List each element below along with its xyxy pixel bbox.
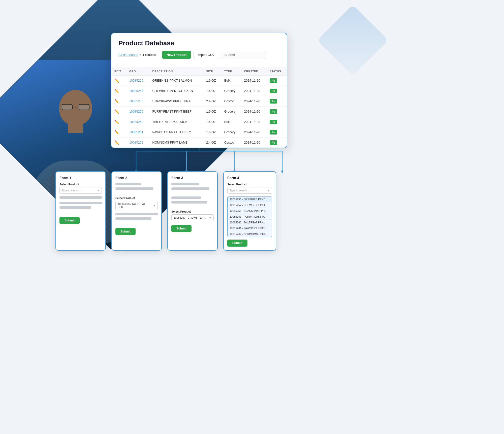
status-badge: Pu — [270, 120, 277, 124]
grd-link[interactable]: 10085259 — [129, 110, 143, 113]
table-row: ✏️ 10085256 GREENIES PPKT SALMON 1.6 OZ … — [111, 76, 287, 86]
form-2-field-2 — [115, 187, 153, 190]
type-cell: Costco — [221, 138, 241, 148]
col-type: TYPE — [221, 67, 241, 76]
grd-link[interactable]: 10085258 — [129, 99, 143, 103]
edit-cell[interactable]: ✏️ — [111, 117, 126, 127]
col-created: CREATED — [241, 67, 267, 76]
form-1-select-placeholder: Type to search ... — [62, 189, 82, 192]
size-cell: 1.6 OZ — [203, 107, 221, 117]
type-cell: Bulk — [221, 76, 241, 86]
status-badge: Pu — [270, 78, 277, 83]
dropdown-item[interactable]: 10085256 - GREENIES PPKT... — [228, 196, 272, 202]
edit-icon[interactable]: ✏️ — [114, 109, 119, 114]
edit-icon[interactable]: ✏️ — [114, 78, 119, 83]
edit-icon[interactable]: ✏️ — [114, 89, 119, 93]
form-3-selected-value: 10085257 - CHEWBITE P... — [174, 216, 206, 219]
table-row: ✏️ 10085261 PAWBITES PPKT TURKEY 1.6 OZ … — [111, 127, 287, 138]
form-4-submit-button[interactable]: Submit — [227, 240, 247, 247]
created-cell: 2024-11-20 — [241, 107, 267, 117]
grd-link[interactable]: 10085257 — [129, 89, 143, 93]
edit-icon[interactable]: ✏️ — [114, 130, 119, 134]
form-4-title: Form 4 — [227, 176, 272, 180]
form-3-submit-button[interactable]: Submit — [171, 225, 192, 232]
table-row: ✏️ 10085259 FURRYFEAST PPKT BEEF 1.6 OZ … — [111, 107, 287, 117]
breadcrumb-all-databases[interactable]: All databases — [118, 53, 138, 57]
edit-cell[interactable]: ✏️ — [111, 96, 126, 107]
type-cell: Grocery — [221, 127, 241, 138]
dropdown-item[interactable]: 10085262 - NOMNOMS PPKT... — [228, 231, 272, 237]
edit-icon[interactable]: ✏️ — [114, 120, 119, 124]
new-product-button[interactable]: New Product — [162, 51, 191, 59]
description-cell: GREENIES PPKT SALMON — [149, 76, 203, 86]
product-table: EDIT GRD DESCRIPTION SIZE TYPE CREATED S… — [111, 67, 287, 148]
form-2-select[interactable]: 10085260 - TAILTREAT PPK... ▼ — [115, 201, 158, 210]
created-cell: 2024-11-20 — [241, 117, 267, 127]
form-3-select[interactable]: 10085257 - CHEWBITE P... ▼ — [171, 214, 214, 221]
type-cell: Grocery — [221, 107, 241, 117]
table-header-row: EDIT GRD DESCRIPTION SIZE TYPE CREATED S… — [111, 67, 287, 76]
form-1-dropdown-arrow: ▼ — [97, 189, 100, 192]
svg-marker-9 — [281, 171, 284, 174]
status-cell: Pu — [267, 127, 287, 138]
grd-cell: 10085258 — [126, 96, 149, 107]
form-4-select[interactable]: Type to search ... ▼ — [227, 187, 272, 194]
form-2-field-1 — [115, 183, 141, 185]
form-3-title: Form 3 — [171, 176, 214, 180]
dropdown-item[interactable]: 10085259 - FURRYFEAST P... — [228, 214, 272, 220]
grd-cell: 10085259 — [126, 107, 149, 117]
form-4-select-label: Select Product — [227, 183, 272, 186]
col-grd: GRD — [126, 67, 149, 76]
grd-link[interactable]: 10085262 — [129, 141, 143, 144]
toolbar: All databases > Products New Product Imp… — [118, 51, 280, 59]
grd-link[interactable]: 10085261 — [129, 130, 143, 134]
edit-cell[interactable]: ✏️ — [111, 76, 126, 86]
form-4-dropdown-arrow: ▼ — [267, 189, 270, 192]
size-cell: 1.6 OZ — [203, 127, 221, 138]
description-cell: SNACKPAWS PPKT TUNA — [149, 96, 203, 107]
grd-link[interactable]: 10085256 — [129, 79, 143, 82]
edit-cell[interactable]: ✏️ — [111, 138, 126, 148]
status-cell: Pu — [267, 138, 287, 148]
status-cell: Pu — [267, 117, 287, 127]
grd-link[interactable]: 10085260 — [129, 120, 143, 124]
form-2-submit-button[interactable]: Submit — [115, 228, 136, 235]
search-input[interactable] — [221, 51, 266, 59]
table-row: ✏️ 10085258 SNACKPAWS PPKT TUNA 2.4 OZ C… — [111, 96, 287, 107]
table-row: ✏️ 10085260 TAILTREAT PPKT DUCK 1.6 OZ B… — [111, 117, 287, 127]
form-4-dropdown: 10085256 - GREENIES PPKT...10085257 - CH… — [227, 196, 272, 237]
edit-icon[interactable]: ✏️ — [114, 99, 119, 103]
created-cell: 2024-11-20 — [241, 96, 267, 107]
edit-cell[interactable]: ✏️ — [111, 127, 126, 138]
form-2-field-3 — [115, 213, 158, 215]
form-1-submit-button[interactable]: Submit — [59, 217, 80, 224]
dropdown-item[interactable]: 10085260 - TAILTREAT PPK... — [228, 220, 272, 225]
import-csv-button[interactable]: Import CSV — [194, 51, 218, 59]
status-cell: Pu — [267, 76, 287, 86]
status-cell: Pu — [267, 96, 287, 107]
breadcrumb-current: Products — [143, 53, 156, 57]
dropdown-item[interactable]: 10085258 - SNACKPAWS PP... — [228, 208, 272, 214]
dropdown-item[interactable]: 10085261 - PAWBITES PPKT ... — [228, 225, 272, 231]
created-cell: 2024-11-20 — [241, 138, 267, 148]
edit-cell[interactable]: ✏️ — [111, 107, 126, 117]
form-1-field-2 — [59, 202, 102, 204]
form-2-select-label: Select Product — [115, 196, 158, 199]
breadcrumb-separator: > — [140, 53, 142, 57]
form-1-select[interactable]: Type to search ... ▼ — [59, 187, 102, 194]
description-cell: CHEWBITE PPKT CHICKEN — [149, 86, 203, 96]
size-cell: 2.4 OZ — [203, 138, 221, 148]
col-description: DESCRIPTION — [149, 67, 203, 76]
description-cell: TAILTREAT PPKT DUCK — [149, 117, 203, 127]
edit-icon[interactable]: ✏️ — [114, 140, 119, 145]
status-cell: Pu — [267, 86, 287, 96]
grd-cell: 10085256 — [126, 76, 149, 86]
description-cell: NOMNOMS PPKT LAMB — [149, 138, 203, 148]
edit-cell[interactable]: ✏️ — [111, 86, 126, 96]
form-3-field-1 — [171, 183, 199, 185]
form-3-field-2 — [171, 187, 209, 190]
col-size: SIZE — [203, 67, 221, 76]
dropdown-item[interactable]: 10085257 - CHEWBITE PPKT... — [228, 202, 272, 208]
type-cell: Grocery — [221, 86, 241, 96]
form-3-dropdown-arrow: ▼ — [209, 216, 211, 219]
